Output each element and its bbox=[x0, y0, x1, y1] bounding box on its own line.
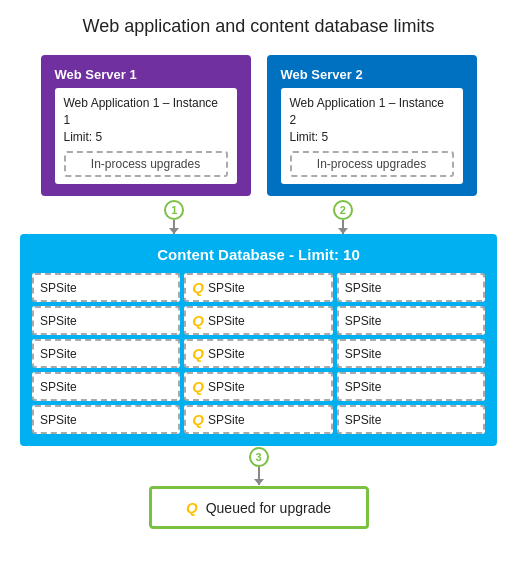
queued-label: Queued for upgrade bbox=[206, 500, 331, 516]
q-icon-inline: Q bbox=[192, 345, 204, 362]
web-server-1-inprocess: In-process upgrades bbox=[64, 151, 228, 177]
content-db-title: Content Database - Limit: 10 bbox=[32, 246, 485, 263]
spsite-cell-q: QSPSite bbox=[184, 339, 332, 368]
page-title: Web application and content database lim… bbox=[20, 16, 497, 37]
spsite-cell-q: QSPSite bbox=[184, 405, 332, 434]
spsite-cell: SPSite bbox=[32, 339, 180, 368]
arrow-3-section: 3 bbox=[20, 446, 497, 486]
spsite-cell: SPSite bbox=[337, 306, 485, 335]
web-server-1-inner: Web Application 1 – Instance 1 Limit: 5 … bbox=[55, 88, 237, 184]
arrow-line-3 bbox=[258, 467, 260, 485]
queued-section: Q Queued for upgrade bbox=[20, 486, 497, 529]
arrow-2-col: 2 bbox=[333, 200, 353, 234]
spsite-cell: SPSite bbox=[337, 339, 485, 368]
q-icon-inline: Q bbox=[192, 378, 204, 395]
spsite-cell-q: QSPSite bbox=[184, 306, 332, 335]
web-server-2-instance: Web Application 1 – Instance 2 Limit: 5 bbox=[290, 95, 454, 145]
q-icon-inline: Q bbox=[192, 312, 204, 329]
web-servers-row: Web Server 1 Web Application 1 – Instanc… bbox=[20, 55, 497, 196]
spsite-cell: SPSite bbox=[32, 405, 180, 434]
spsite-cell: SPSite bbox=[32, 372, 180, 401]
arrow-line-2 bbox=[342, 220, 344, 234]
arrows-row: 1 2 bbox=[20, 200, 497, 234]
arrow-line-1 bbox=[173, 220, 175, 234]
web-server-1-instance: Web Application 1 – Instance 1 Limit: 5 bbox=[64, 95, 228, 145]
spsite-cell: SPSite bbox=[337, 405, 485, 434]
web-server-2-title: Web Server 2 bbox=[281, 67, 463, 82]
web-server-2-inner: Web Application 1 – Instance 2 Limit: 5 … bbox=[281, 88, 463, 184]
spsite-cell-q: QSPSite bbox=[184, 273, 332, 302]
circle-1: 1 bbox=[164, 200, 184, 220]
web-server-1: Web Server 1 Web Application 1 – Instanc… bbox=[41, 55, 251, 196]
circle-2: 2 bbox=[333, 200, 353, 220]
circle-3: 3 bbox=[249, 447, 269, 467]
q-icon-inline: Q bbox=[192, 411, 204, 428]
spsite-grid: SPSiteQSPSiteSPSiteSPSiteQSPSiteSPSiteSP… bbox=[32, 273, 485, 434]
spsite-cell: SPSite bbox=[32, 306, 180, 335]
web-server-2: Web Server 2 Web Application 1 – Instanc… bbox=[267, 55, 477, 196]
web-server-1-title: Web Server 1 bbox=[55, 67, 237, 82]
spsite-cell: SPSite bbox=[337, 273, 485, 302]
arrow-1-col: 1 bbox=[164, 200, 184, 234]
queued-box: Q Queued for upgrade bbox=[149, 486, 369, 529]
content-database: Content Database - Limit: 10 SPSiteQSPSi… bbox=[20, 234, 497, 446]
spsite-cell: SPSite bbox=[32, 273, 180, 302]
spsite-cell-q: QSPSite bbox=[184, 372, 332, 401]
spsite-cell: SPSite bbox=[337, 372, 485, 401]
q-icon: Q bbox=[186, 499, 198, 516]
q-icon-inline: Q bbox=[192, 279, 204, 296]
web-server-2-inprocess: In-process upgrades bbox=[290, 151, 454, 177]
